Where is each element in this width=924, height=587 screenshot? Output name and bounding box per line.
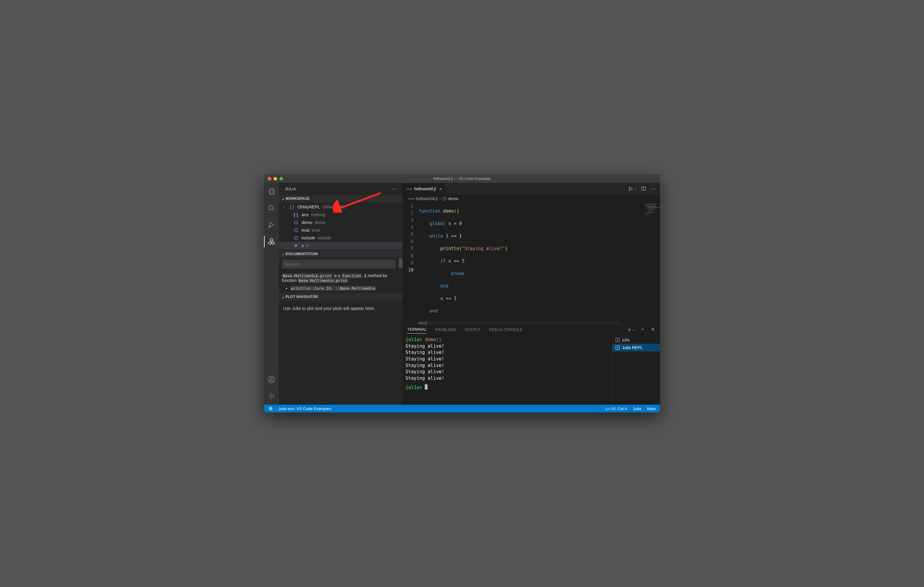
accounts-icon[interactable] [264, 374, 279, 385]
documentation-body: Base.Multimedia.print is a Function. 1 m… [279, 258, 403, 293]
workspace-item-ans[interactable]: [▫] ans nothing [279, 211, 403, 219]
julia-file-icon [408, 198, 414, 199]
breadcrumb-symbol[interactable]: demo [448, 196, 459, 201]
run-debug-icon[interactable] [264, 219, 279, 230]
breadcrumb-file[interactable]: helloworld.jl [416, 196, 437, 201]
svg-marker-4 [270, 222, 274, 227]
svg-marker-12 [629, 187, 633, 191]
method-icon: ⬡ [443, 196, 446, 201]
svg-point-7 [269, 242, 271, 245]
sidebar-header: JULIA ··· [279, 183, 403, 195]
julia-activity-icon[interactable] [264, 236, 279, 247]
status-branch[interactable]: Main [647, 406, 656, 411]
plot-navigator-body: Use Julia to plot and your plots will ap… [279, 301, 403, 316]
new-terminal-icon[interactable]: ⌄ [627, 327, 635, 332]
chevron-down-icon[interactable]: ⌄ [632, 328, 635, 332]
item-detail: OhMyREPL [323, 205, 346, 209]
item-name: OhMyREPL [297, 205, 320, 209]
plot-placeholder-text: Use Julia to plot and your plots will ap… [283, 306, 375, 311]
documentation-text: Base.Multimedia.print is a Function. 1 m… [282, 273, 399, 283]
terminal-session-julia-repl[interactable]: > Julia REPL [613, 344, 660, 352]
panel-tab-problems[interactable]: PROBLEMS [435, 328, 457, 332]
breadcrumb[interactable]: helloworld.jl › ⬡ demo [403, 195, 660, 202]
chevron-down-icon: ⌄ [281, 295, 285, 299]
method-icon: ⬡ [293, 228, 299, 233]
scrollbar-thumb[interactable] [399, 258, 403, 268]
terminal-session-julia[interactable]: > julia [613, 336, 660, 344]
search-icon[interactable] [264, 202, 279, 214]
terminal[interactable]: julia> demo() Staying alive! Staying ali… [403, 335, 612, 405]
terminal-icon: > [615, 345, 620, 350]
panel-tab-terminal[interactable]: TERMINAL [407, 327, 427, 334]
svg-marker-20 [270, 408, 272, 409]
settings-gear-icon[interactable] [264, 390, 279, 402]
documentation-section-header[interactable]: ⌄ DOCUMENTATION [279, 250, 403, 258]
maximize-window-icon[interactable] [279, 177, 283, 181]
breadcrumb-separator-icon: › [439, 196, 441, 201]
plot-navigator-section-header[interactable]: ⌄ PLOT NAVIGATOR [279, 293, 403, 301]
documentation-method: print(io::Core.IO, ::Base.Multimedia [290, 286, 376, 291]
status-bar: Julia env: VS Code Examples Ln 10, Col 4… [264, 405, 660, 413]
plot-navigator-label: PLOT NAVIGATOR [285, 295, 318, 299]
status-julia-env[interactable]: Julia env: VS Code Examples [278, 406, 331, 411]
variable-icon: # [293, 243, 299, 248]
vscode-window: helloworld.jl — VS Code Examples [264, 174, 660, 413]
terminal-icon: > [615, 338, 620, 342]
split-editor-icon[interactable] [641, 186, 646, 192]
item-name: demo [302, 220, 312, 225]
namespace-icon: { } [289, 205, 294, 209]
item-detail: eval [312, 228, 320, 233]
terminal-cursor [425, 384, 427, 390]
editor-actions: ⌄ ··· [628, 183, 660, 195]
minimize-window-icon[interactable] [274, 177, 277, 181]
close-window-icon[interactable] [267, 177, 271, 181]
terminal-sessions: > julia > Julia REPL [612, 335, 660, 405]
chevron-down-icon[interactable]: ⌄ [634, 187, 637, 191]
svg-point-10 [271, 377, 273, 380]
code-editor[interactable]: 12345678910 function demo() global x = 0… [403, 202, 660, 324]
item-detail: demo [315, 220, 325, 225]
explorer-icon[interactable] [264, 186, 279, 197]
status-cursor-position[interactable]: Ln 10, Col 4 [605, 406, 627, 411]
sidebar-title: JULIA [285, 187, 392, 191]
chevron-right-icon: › [282, 205, 286, 209]
method-icon: ⬡ [293, 220, 299, 225]
panel-tab-debug-console[interactable]: DEBUG CONSOLE [489, 328, 523, 332]
status-debug-icon[interactable] [268, 406, 273, 411]
workspace-item-ohmyrepl[interactable]: › { } OhMyREPL OhMyREPL [279, 203, 403, 211]
status-language-mode[interactable]: Julia [633, 406, 641, 411]
chevron-down-icon: ⌄ [281, 252, 285, 256]
workspace-item-include[interactable]: ⬡ include include [279, 234, 403, 242]
documentation-search-input[interactable] [282, 260, 395, 268]
minimap[interactable] [641, 204, 659, 222]
svg-point-11 [270, 395, 273, 397]
documentation-label: DOCUMENTATION [285, 252, 318, 256]
workspace-item-x[interactable]: # x 5 [279, 242, 403, 250]
editor-tabs: helloworld.jl × ⌄ ··· [403, 183, 660, 195]
activity-bar [264, 183, 279, 405]
workspace-item-eval[interactable]: ⬡ eval eval [279, 226, 403, 234]
panel-tabs: TERMINAL PROBLEMS OUTPUT DEBUG CONSOLE ⌄ [403, 325, 660, 335]
bottom-panel: TERMINAL PROBLEMS OUTPUT DEBUG CONSOLE ⌄ [403, 324, 660, 405]
tab-filename: helloworld.jl [414, 186, 436, 191]
titlebar: helloworld.jl — VS Code Examples [264, 174, 660, 183]
workspace-item-demo[interactable]: ⬡ demo demo [279, 219, 403, 226]
code-content[interactable]: function demo() global x = 0 while 1 == … [419, 202, 619, 324]
workspace-section-header[interactable]: ⌄ WORKSPACE [279, 195, 403, 202]
maximize-panel-icon[interactable] [640, 327, 645, 332]
svg-point-6 [270, 238, 273, 241]
method-icon: ⬡ [293, 235, 299, 240]
run-file-icon[interactable]: ⌄ [628, 186, 637, 191]
item-name: x [302, 243, 304, 248]
svg-point-8 [272, 242, 274, 245]
item-detail: 5 [306, 243, 309, 248]
item-detail: nothing [311, 212, 325, 217]
close-panel-icon[interactable] [650, 327, 655, 332]
close-tab-icon[interactable]: × [439, 186, 442, 191]
julia-file-icon [406, 188, 412, 190]
panel-tab-output[interactable]: OUTPUT [465, 328, 480, 332]
julia-sidebar: JULIA ··· ⌄ WORKSPACE › { } OhMyREPL OhM… [279, 183, 403, 405]
item-detail: include [318, 235, 331, 240]
line-gutter: 12345678910 [403, 202, 419, 324]
editor-tab-helloworld[interactable]: helloworld.jl × [403, 183, 446, 195]
